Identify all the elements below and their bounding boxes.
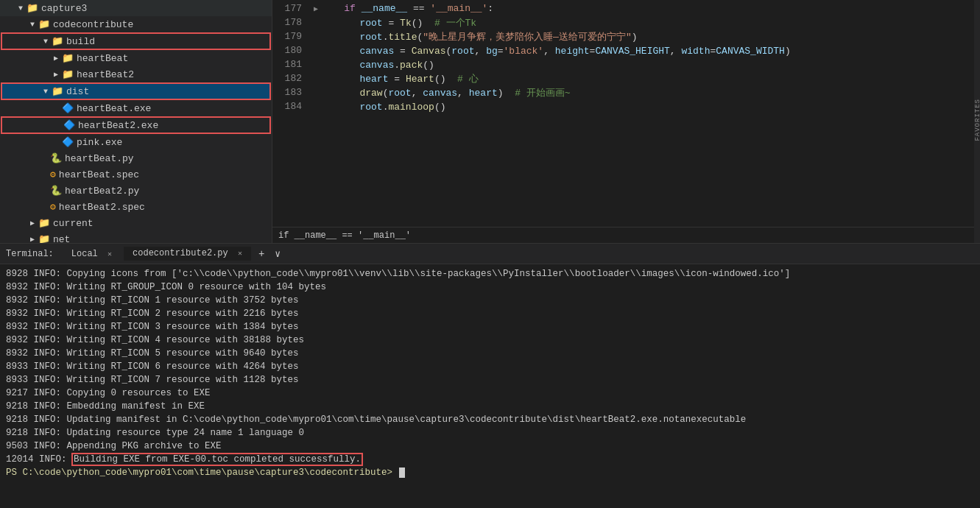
term-line: 9218 INFO: Embedding manifest in EXE xyxy=(6,400,974,413)
file-explorer[interactable]: ▼ 📁 capture3 ▼ 📁 codecontribute ▼ 📁 buil… xyxy=(0,0,272,243)
file-exe-icon: 🔷 xyxy=(62,102,74,114)
sidebar-item-build[interactable]: ▼ 📁 build xyxy=(1,33,270,49)
term-line: 9218 INFO: Updating resource type 24 nam… xyxy=(6,426,974,440)
folder-icon: 📁 xyxy=(38,217,50,229)
terminal-tab-codecontribute2[interactable]: codecontribute2.py ✕ xyxy=(124,247,251,261)
item-label: heartBeat xyxy=(77,53,128,64)
sidebar-item-net[interactable]: ▶ 📁 net xyxy=(0,231,272,243)
term-line: 8932 INFO: Writing RT_ICON 3 resource wi… xyxy=(6,320,974,334)
term-line: 8932 INFO: Writing RT_ICON 2 resource wi… xyxy=(6,307,974,320)
file-exe-icon: 🔷 xyxy=(63,119,75,131)
item-label: net xyxy=(53,234,70,244)
folder-icon: 📁 xyxy=(27,2,38,14)
file-spec-icon: ⚙ xyxy=(50,201,56,213)
folder-icon: 📁 xyxy=(62,52,74,64)
terminal-tab-local[interactable]: Local ✕ xyxy=(63,247,121,261)
sidebar-item-heartbeat-exe[interactable]: 🔷 heartBeat.exe xyxy=(0,100,272,116)
term-line-success: 12014 INFO: Building EXE from EXE-00.toc… xyxy=(6,453,974,466)
terminal-chevron-icon[interactable]: ∨ xyxy=(275,248,281,260)
arrow-icon: ▼ xyxy=(15,4,27,13)
tab-label: codecontribute2.py xyxy=(133,248,228,258)
code-line-179: root.title("晚上星月争辉，美梦陪你入睡—送给可爱的宁宁") xyxy=(314,30,974,44)
arrow-icon: ▶ xyxy=(50,54,62,63)
arrow-icon: ▶ xyxy=(27,235,38,243)
file-py-icon: 🐍 xyxy=(50,152,62,164)
term-line: 8932 INFO: Writing RT_ICON 5 resource wi… xyxy=(6,347,974,360)
terminal-tabs: Terminal: Local ✕ codecontribute2.py ✕ +… xyxy=(0,244,980,264)
terminal-add-button[interactable]: + xyxy=(254,248,269,260)
breadcrumb: if __name__ == '__main__' xyxy=(272,227,974,243)
code-line-183: draw(root, canvas, heart) # 开始画画~ xyxy=(314,86,974,100)
folder-icon: 📁 xyxy=(52,35,63,47)
sidebar-item-heartbeat2-spec[interactable]: ⚙ heartBeat2.spec xyxy=(0,199,272,215)
sidebar-item-capture3[interactable]: ▼ 📁 capture3 xyxy=(0,0,272,16)
term-line: 8932 INFO: Writing RT_ICON 1 resource wi… xyxy=(6,294,974,307)
item-label: heartBeat2 xyxy=(77,69,134,80)
line-numbers: 177 178 179 180 181 182 183 184 xyxy=(272,0,308,227)
term-line: 8928 INFO: Copying icons from ['c:\\code… xyxy=(6,267,974,281)
item-label: heartBeat.spec xyxy=(59,169,139,180)
code-line-180: canvas = Canvas(root, bg='black', height… xyxy=(314,44,974,58)
term-line: 8932 INFO: Writing RT_GROUP_ICON 0 resou… xyxy=(6,281,974,294)
tab-close-icon[interactable]: ✕ xyxy=(107,250,112,258)
code-line-182: heart = Heart() # 心 xyxy=(314,72,974,86)
term-line: 9503 INFO: Appending PKG archive to EXE xyxy=(6,440,974,453)
tab-label: Local xyxy=(71,249,98,259)
arrow-icon: ▶ xyxy=(50,70,62,79)
folder-icon: 📁 xyxy=(62,68,74,80)
code-line-184: root.mainloop() xyxy=(314,100,974,114)
term-line: 8933 INFO: Writing RT_ICON 6 resource wi… xyxy=(6,360,974,373)
term-line: 8932 INFO: Writing RT_ICON 4 resource wi… xyxy=(6,334,974,347)
item-label: heartBeat.py xyxy=(65,153,134,164)
file-exe-icon: 🔷 xyxy=(62,136,74,148)
item-label: heartBeat2.py xyxy=(65,186,139,197)
sidebar-item-dist[interactable]: ▼ 📁 dist xyxy=(1,83,270,99)
sidebar-item-codecontribute[interactable]: ▼ 📁 codecontribute xyxy=(0,16,272,32)
favorites-bar: FAVORITES xyxy=(974,0,980,243)
folder-icon: 📁 xyxy=(38,233,50,243)
sidebar-item-heartbeat2[interactable]: ▶ 📁 heartBeat2 xyxy=(0,66,272,82)
code-area: 177 178 179 180 181 182 183 184 ▶ if __n… xyxy=(272,0,974,227)
code-line-177: ▶ if __name__ == '__main__': xyxy=(314,1,974,16)
sidebar-item-heartbeat-spec[interactable]: ⚙ heartBeat.spec xyxy=(0,166,272,183)
sidebar-item-heartbeat2-exe[interactable]: 🔷 heartBeat2.exe xyxy=(1,117,270,133)
code-panel: 177 178 179 180 181 182 183 184 ▶ if __n… xyxy=(272,0,974,243)
code-line-178: root = Tk() # 一个Tk xyxy=(314,16,974,30)
sidebar-item-heartbeat[interactable]: ▶ 📁 heartBeat xyxy=(0,50,272,66)
sidebar-item-current[interactable]: ▶ 📁 current xyxy=(0,215,272,231)
breadcrumb-text: if __name__ == '__main__' xyxy=(278,230,411,241)
item-label: current xyxy=(53,218,94,229)
arrow-icon: ▼ xyxy=(27,21,38,29)
folder-icon: 📁 xyxy=(52,85,63,97)
terminal-label: Terminal: xyxy=(6,249,54,259)
sidebar-item-pink-exe[interactable]: 🔷 pink.exe xyxy=(0,134,272,150)
terminal-body: 8928 INFO: Copying icons from ['c:\\code… xyxy=(0,264,980,508)
item-label: heartBeat.exe xyxy=(77,103,151,114)
item-label: heartBeat2.spec xyxy=(59,202,145,213)
tab-close-icon[interactable]: ✕ xyxy=(238,250,242,258)
item-label: build xyxy=(66,36,95,47)
arrow-icon: ▼ xyxy=(40,88,52,96)
arrow-icon: ▶ xyxy=(27,219,38,227)
file-py-icon: 🐍 xyxy=(50,185,62,197)
item-label: codecontribute xyxy=(53,19,133,30)
term-line-prompt: PS C:\code\python_code\mypro01\com\time\… xyxy=(6,466,974,479)
file-spec-icon: ⚙ xyxy=(50,169,56,180)
folder-icon: 📁 xyxy=(38,18,50,30)
term-line: 8933 INFO: Writing RT_ICON 7 resource wi… xyxy=(6,373,974,387)
code-line-181: canvas.pack() xyxy=(314,58,974,72)
term-line: 9217 INFO: Copying 0 resources to EXE xyxy=(6,387,974,400)
item-label: heartBeat2.exe xyxy=(78,120,158,131)
sidebar-item-heartbeat2-py[interactable]: 🐍 heartBeat2.py xyxy=(0,183,272,199)
terminal-section: Terminal: Local ✕ codecontribute2.py ✕ +… xyxy=(0,243,980,508)
term-line: 9218 INFO: Updating manifest in C:\code\… xyxy=(6,413,974,426)
item-label: pink.exe xyxy=(77,137,122,148)
code-content: ▶ if __name__ == '__main__': root = Tk()… xyxy=(308,0,974,227)
sidebar-item-heartbeat-py[interactable]: 🐍 heartBeat.py xyxy=(0,150,272,166)
arrow-icon: ▼ xyxy=(40,38,52,46)
item-label: dist xyxy=(66,86,89,97)
item-label: capture3 xyxy=(41,3,87,14)
favorites-label: FAVORITES xyxy=(974,99,980,141)
